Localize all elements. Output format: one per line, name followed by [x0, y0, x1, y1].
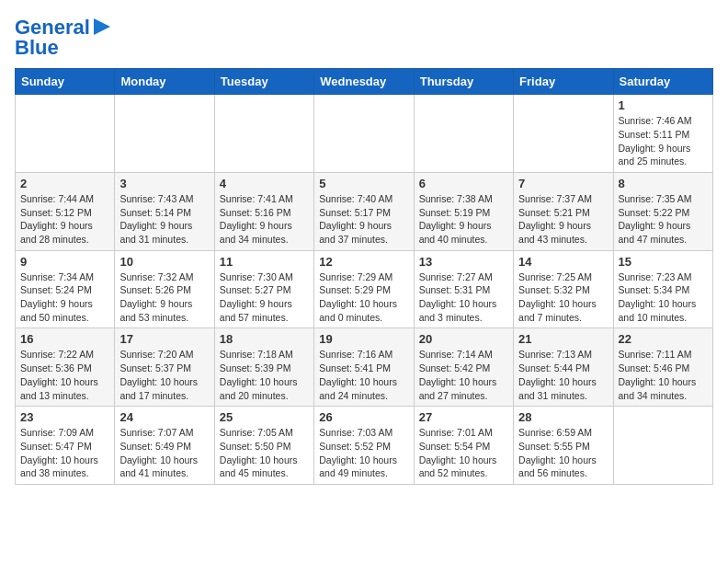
calendar-cell: 22Sunrise: 7:11 AM Sunset: 5:46 PM Dayli…	[613, 328, 712, 407]
day-info: Sunrise: 7:16 AM Sunset: 5:41 PM Dayligh…	[319, 348, 408, 402]
calendar-cell	[214, 95, 313, 173]
calendar-cell: 26Sunrise: 7:03 AM Sunset: 5:52 PM Dayli…	[314, 407, 414, 485]
calendar-cell: 13Sunrise: 7:27 AM Sunset: 5:31 PM Dayli…	[414, 250, 513, 328]
day-number: 9	[20, 255, 109, 269]
day-number: 27	[419, 410, 508, 424]
day-info: Sunrise: 7:35 AM Sunset: 5:22 PM Dayligh…	[619, 192, 708, 247]
day-number: 2	[20, 177, 109, 190]
page-header: General Blue	[15, 15, 713, 59]
calendar-week-row: 9Sunrise: 7:34 AM Sunset: 5:24 PM Daylig…	[16, 250, 713, 328]
svg-marker-0	[94, 18, 110, 35]
day-info: Sunrise: 7:40 AM Sunset: 5:17 PM Dayligh…	[319, 192, 408, 247]
calendar-week-row: 2Sunrise: 7:44 AM Sunset: 5:12 PM Daylig…	[16, 172, 713, 250]
day-number: 4	[220, 177, 309, 190]
day-info: Sunrise: 7:34 AM Sunset: 5:24 PM Dayligh…	[20, 270, 109, 325]
day-info: Sunrise: 7:11 AM Sunset: 5:46 PM Dayligh…	[619, 348, 708, 402]
day-number: 6	[419, 177, 508, 190]
day-info: Sunrise: 7:22 AM Sunset: 5:36 PM Dayligh…	[20, 348, 109, 402]
calendar-header-row: SundayMondayTuesdayWednesdayThursdayFrid…	[16, 69, 713, 95]
day-info: Sunrise: 7:43 AM Sunset: 5:14 PM Dayligh…	[119, 192, 209, 247]
weekday-header-monday: Monday	[115, 69, 214, 95]
weekday-header-wednesday: Wednesday	[314, 69, 414, 95]
day-number: 23	[20, 410, 109, 424]
calendar-cell	[314, 95, 414, 173]
calendar-cell: 1Sunrise: 7:46 AM Sunset: 5:11 PM Daylig…	[613, 95, 712, 173]
day-number: 3	[119, 177, 209, 190]
day-number: 1	[619, 98, 708, 112]
day-info: Sunrise: 7:03 AM Sunset: 5:52 PM Dayligh…	[319, 426, 408, 480]
day-number: 22	[619, 332, 708, 346]
calendar-cell: 2Sunrise: 7:44 AM Sunset: 5:12 PM Daylig…	[16, 172, 115, 250]
day-number: 28	[518, 410, 608, 424]
day-info: Sunrise: 7:20 AM Sunset: 5:37 PM Dayligh…	[119, 348, 209, 402]
day-info: Sunrise: 7:01 AM Sunset: 5:54 PM Dayligh…	[419, 426, 508, 480]
logo-arrow-icon	[94, 17, 114, 37]
calendar-cell: 4Sunrise: 7:41 AM Sunset: 5:16 PM Daylig…	[214, 172, 313, 250]
calendar-cell	[16, 95, 115, 173]
calendar-cell: 10Sunrise: 7:32 AM Sunset: 5:26 PM Dayli…	[115, 250, 214, 328]
calendar-cell: 8Sunrise: 7:35 AM Sunset: 5:22 PM Daylig…	[613, 172, 712, 250]
logo: General Blue	[15, 15, 114, 59]
weekday-header-sunday: Sunday	[16, 69, 115, 95]
day-number: 11	[220, 255, 309, 269]
day-number: 12	[319, 255, 408, 269]
calendar-cell: 25Sunrise: 7:05 AM Sunset: 5:50 PM Dayli…	[214, 407, 313, 485]
day-info: Sunrise: 7:05 AM Sunset: 5:50 PM Dayligh…	[220, 426, 309, 480]
calendar-cell: 19Sunrise: 7:16 AM Sunset: 5:41 PM Dayli…	[314, 328, 414, 407]
day-number: 10	[119, 255, 209, 269]
calendar-cell: 11Sunrise: 7:30 AM Sunset: 5:27 PM Dayli…	[214, 250, 313, 328]
calendar-cell: 21Sunrise: 7:13 AM Sunset: 5:44 PM Dayli…	[514, 328, 613, 407]
calendar-cell: 7Sunrise: 7:37 AM Sunset: 5:21 PM Daylig…	[514, 172, 613, 250]
calendar-cell: 6Sunrise: 7:38 AM Sunset: 5:19 PM Daylig…	[414, 172, 513, 250]
weekday-header-tuesday: Tuesday	[214, 69, 313, 95]
day-number: 18	[220, 332, 309, 346]
calendar-week-row: 23Sunrise: 7:09 AM Sunset: 5:47 PM Dayli…	[16, 407, 713, 485]
day-number: 24	[119, 410, 209, 424]
day-info: Sunrise: 7:13 AM Sunset: 5:44 PM Dayligh…	[518, 348, 608, 402]
day-number: 17	[119, 332, 209, 346]
calendar-cell: 17Sunrise: 7:20 AM Sunset: 5:37 PM Dayli…	[115, 328, 214, 407]
calendar-cell: 12Sunrise: 7:29 AM Sunset: 5:29 PM Dayli…	[314, 250, 414, 328]
weekday-header-friday: Friday	[514, 69, 613, 95]
day-info: Sunrise: 7:41 AM Sunset: 5:16 PM Dayligh…	[220, 192, 309, 247]
day-info: Sunrise: 7:46 AM Sunset: 5:11 PM Dayligh…	[619, 114, 708, 168]
day-info: Sunrise: 7:32 AM Sunset: 5:26 PM Dayligh…	[119, 270, 209, 325]
calendar-cell: 18Sunrise: 7:18 AM Sunset: 5:39 PM Dayli…	[214, 328, 313, 407]
day-info: Sunrise: 7:38 AM Sunset: 5:19 PM Dayligh…	[419, 192, 508, 247]
calendar-table: SundayMondayTuesdayWednesdayThursdayFrid…	[15, 68, 713, 485]
day-number: 7	[518, 177, 608, 190]
calendar-cell: 24Sunrise: 7:07 AM Sunset: 5:49 PM Dayli…	[115, 407, 214, 485]
day-number: 26	[319, 410, 408, 424]
day-number: 14	[518, 255, 608, 269]
day-number: 25	[220, 410, 309, 424]
logo-text-line2: Blue	[15, 37, 59, 59]
day-number: 16	[20, 332, 109, 346]
day-info: Sunrise: 7:09 AM Sunset: 5:47 PM Dayligh…	[20, 426, 109, 480]
calendar-cell: 5Sunrise: 7:40 AM Sunset: 5:17 PM Daylig…	[314, 172, 414, 250]
calendar-cell: 9Sunrise: 7:34 AM Sunset: 5:24 PM Daylig…	[16, 250, 115, 328]
weekday-header-saturday: Saturday	[613, 69, 712, 95]
day-info: Sunrise: 7:37 AM Sunset: 5:21 PM Dayligh…	[518, 192, 608, 247]
calendar-cell	[514, 95, 613, 173]
calendar-cell: 20Sunrise: 7:14 AM Sunset: 5:42 PM Dayli…	[414, 328, 513, 407]
day-number: 21	[518, 332, 608, 346]
day-number: 19	[319, 332, 408, 346]
calendar-cell	[414, 95, 513, 173]
day-info: Sunrise: 7:23 AM Sunset: 5:34 PM Dayligh…	[619, 270, 708, 325]
day-info: Sunrise: 7:30 AM Sunset: 5:27 PM Dayligh…	[220, 270, 309, 325]
day-info: Sunrise: 6:59 AM Sunset: 5:55 PM Dayligh…	[518, 426, 608, 480]
day-info: Sunrise: 7:29 AM Sunset: 5:29 PM Dayligh…	[319, 270, 408, 325]
calendar-cell: 28Sunrise: 6:59 AM Sunset: 5:55 PM Dayli…	[514, 407, 613, 485]
calendar-week-row: 16Sunrise: 7:22 AM Sunset: 5:36 PM Dayli…	[16, 328, 713, 407]
calendar-cell: 3Sunrise: 7:43 AM Sunset: 5:14 PM Daylig…	[115, 172, 214, 250]
day-info: Sunrise: 7:14 AM Sunset: 5:42 PM Dayligh…	[419, 348, 508, 402]
calendar-cell: 14Sunrise: 7:25 AM Sunset: 5:32 PM Dayli…	[514, 250, 613, 328]
weekday-header-thursday: Thursday	[414, 69, 513, 95]
day-number: 15	[619, 255, 708, 269]
day-number: 8	[619, 177, 708, 190]
calendar-cell	[115, 95, 214, 173]
day-info: Sunrise: 7:44 AM Sunset: 5:12 PM Dayligh…	[20, 192, 109, 247]
calendar-cell: 23Sunrise: 7:09 AM Sunset: 5:47 PM Dayli…	[16, 407, 115, 485]
day-info: Sunrise: 7:07 AM Sunset: 5:49 PM Dayligh…	[119, 426, 209, 480]
day-number: 20	[419, 332, 508, 346]
